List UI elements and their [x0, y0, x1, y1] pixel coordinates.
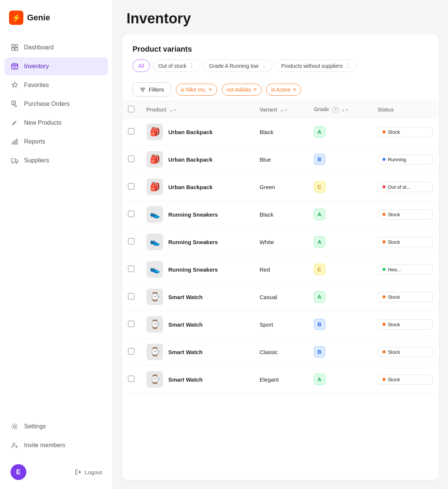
th-grade[interactable]: Grade ? ▲▼ [308, 101, 372, 118]
grade-badge: A [314, 291, 325, 303]
logout-button[interactable]: Logout [75, 469, 102, 475]
row-product-cell: 👟 Running Sneakers [140, 256, 253, 283]
th-grade-label: Grade [314, 106, 329, 112]
status-label: Stock [388, 349, 400, 355]
filter-tab-out-of-stock[interactable]: Out of stock ⋮ [153, 60, 201, 72]
product-name: Running Sneakers [168, 266, 218, 273]
sidebar-item-dashboard[interactable]: Dashboard [5, 38, 108, 57]
status-label: Stock [388, 239, 400, 245]
row-checkbox[interactable] [128, 128, 134, 134]
variant-value: Blue [259, 156, 271, 163]
row-checkbox[interactable] [128, 348, 134, 355]
variant-value: Red [259, 266, 270, 273]
active-filter-not-adidas-label: not Adidas [227, 87, 251, 93]
row-checkbox-cell [122, 228, 140, 256]
product-name: Smart Watch [168, 294, 203, 300]
sidebar-item-label-reports: Reports [24, 138, 45, 145]
main-header: Inventory [113, 0, 448, 34]
logo-icon: ⚡ [9, 11, 23, 25]
active-filter-not-adidas[interactable]: not Adidas × [222, 84, 262, 96]
active-filter-active[interactable]: is Active × [266, 84, 301, 96]
grade-badge: C [314, 181, 325, 193]
row-checkbox[interactable] [128, 293, 134, 300]
products-table: Product ▲▼ Variant ▲▼ Grade ? ▲▼ [122, 101, 439, 393]
select-all-checkbox[interactable] [128, 106, 134, 112]
th-status-label: Status [378, 107, 394, 113]
avatar[interactable]: E [11, 464, 26, 480]
filter-tab-all[interactable]: All [133, 60, 150, 72]
status-dot [382, 295, 386, 298]
row-product-cell: 🎒 Urban Backpack [140, 118, 253, 146]
row-variant-cell: Casual [253, 283, 308, 311]
active-filter-nike-close[interactable]: × [209, 86, 212, 93]
filter-tab-grade-running-low[interactable]: Grade A Running low ⋮ [203, 60, 273, 72]
card-title: Product variants [133, 45, 428, 53]
active-filter-active-close[interactable]: × [293, 86, 296, 93]
sidebar-item-purchase-orders[interactable]: Purchase Orders [5, 95, 108, 113]
status-label: Stock [388, 377, 400, 382]
active-filter-nike[interactable]: is Nike Inc. × [176, 84, 217, 96]
row-product-cell: 👟 Running Sneakers [140, 201, 253, 228]
sidebar-item-invite[interactable]: Invite members [5, 436, 108, 454]
status-dot [382, 213, 386, 216]
filters-button-label: Filters [149, 86, 164, 93]
svg-rect-1 [15, 44, 18, 47]
product-image: ⌚ [146, 371, 163, 388]
row-variant-cell: Red [253, 256, 308, 283]
th-variant[interactable]: Variant ▲▼ [253, 101, 308, 118]
grade-badge: A [314, 236, 325, 248]
row-variant-cell: Blue [253, 146, 308, 173]
filter-tab-no-suppliers[interactable]: Products without suppliers ⋮ [276, 60, 357, 72]
product-image: ⌚ [146, 316, 163, 333]
leaf-icon [11, 119, 19, 127]
row-grade-cell: A [308, 228, 372, 256]
th-checkbox [122, 101, 140, 118]
active-filter-not-adidas-close[interactable]: × [253, 86, 257, 93]
grade-badge: C [314, 264, 325, 275]
svg-rect-8 [16, 139, 17, 144]
row-checkbox[interactable] [128, 183, 134, 189]
status-dot [382, 240, 386, 243]
sidebar: ⚡ Genie Dashboard [0, 0, 113, 489]
row-status-cell: Stock [372, 338, 439, 366]
sidebar-item-inventory[interactable]: Inventory [5, 57, 108, 75]
chart-icon [11, 138, 19, 146]
sidebar-item-new-products[interactable]: New Products [5, 114, 108, 132]
row-status-cell: Stock [372, 311, 439, 338]
filters-button[interactable]: Filters [133, 83, 171, 96]
grade-info-icon[interactable]: ? [332, 107, 338, 113]
svg-rect-6 [12, 142, 13, 144]
filter-tab-all-label: All [138, 63, 144, 69]
row-checkbox-cell [122, 118, 140, 146]
product-image: 🎒 [146, 151, 163, 168]
sidebar-item-settings[interactable]: Settings [5, 417, 108, 436]
sidebar-item-suppliers[interactable]: Suppliers [5, 151, 108, 170]
row-checkbox[interactable] [128, 321, 134, 327]
product-image: ⌚ [146, 344, 163, 360]
filter-tabs: All Out of stock ⋮ Grade A Running low ⋮… [133, 60, 428, 72]
grade-badge: A [314, 126, 325, 138]
svg-rect-5 [12, 101, 15, 105]
table-body: 🎒 Urban Backpack Black A Stock 🎒 Urban B… [122, 118, 439, 393]
product-image: 👟 [146, 234, 163, 250]
status-badge: Stock [378, 319, 433, 330]
row-checkbox-cell [122, 173, 140, 201]
status-dot [382, 130, 386, 133]
th-product[interactable]: Product ▲▼ [140, 101, 253, 118]
row-checkbox[interactable] [128, 266, 134, 272]
table-row: ⌚ Smart Watch Sport B Stock [122, 311, 439, 338]
row-checkbox[interactable] [128, 376, 134, 382]
row-checkbox[interactable] [128, 156, 134, 162]
sidebar-item-reports[interactable]: Reports [5, 133, 108, 151]
box-icon [11, 62, 19, 70]
th-product-label: Product [146, 107, 166, 113]
status-badge: Stock [378, 127, 433, 137]
row-checkbox[interactable] [128, 238, 134, 244]
sidebar-item-label-settings: Settings [24, 423, 46, 430]
sidebar-item-favorites[interactable]: Favorites [5, 76, 108, 94]
row-checkbox[interactable] [128, 211, 134, 217]
row-product-cell: ⌚ Smart Watch [140, 338, 253, 366]
grade-badge: A [314, 374, 325, 385]
product-image: 👟 [146, 261, 163, 278]
filter-tab-grade-dots: ⋮ [261, 62, 267, 69]
